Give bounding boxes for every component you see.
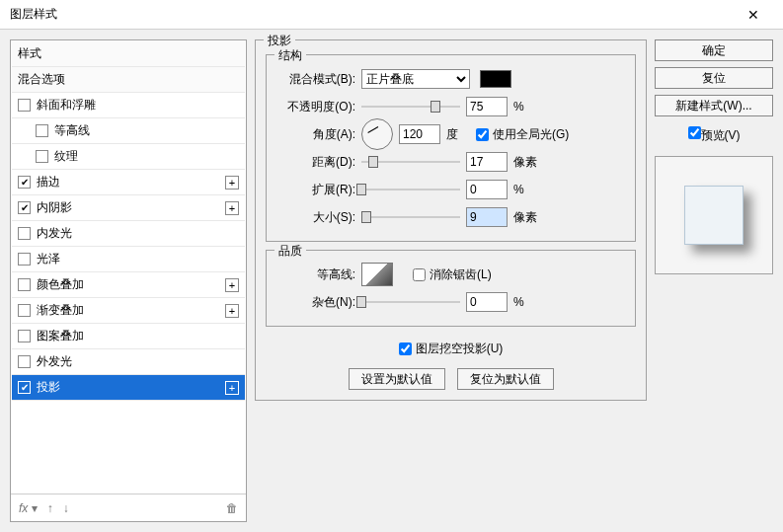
style-bevel[interactable]: 斜面和浮雕 — [12, 93, 245, 118]
style-stroke[interactable]: ✔描边+ — [12, 170, 245, 195]
move-up-icon[interactable]: ↑ — [47, 501, 53, 515]
style-gradient-overlay[interactable]: 渐变叠加+ — [12, 298, 245, 324]
angle-label: 角度(A): — [276, 126, 355, 143]
opacity-field[interactable] — [466, 97, 508, 116]
angle-dial[interactable] — [361, 118, 393, 150]
preview-box — [655, 156, 773, 274]
unit-px: 像素 — [513, 209, 537, 226]
checkbox-icon[interactable] — [18, 330, 31, 342]
close-button[interactable]: ✕ — [734, 0, 773, 30]
spread-slider[interactable] — [361, 182, 460, 197]
style-outer-glow[interactable]: 外发光 — [12, 349, 245, 375]
noise-field[interactable] — [466, 292, 508, 312]
blend-options[interactable]: 混合选项 — [12, 67, 245, 93]
styles-header[interactable]: 样式 — [12, 41, 245, 67]
style-contour[interactable]: 等高线 — [12, 118, 245, 144]
style-pattern-overlay[interactable]: 图案叠加 — [12, 324, 245, 349]
style-satin[interactable]: 光泽 — [12, 247, 245, 272]
checkbox-icon[interactable] — [18, 99, 31, 112]
blend-mode-select[interactable]: 正片叠底 — [361, 69, 470, 89]
cancel-button[interactable]: 复位 — [655, 67, 773, 89]
trash-icon[interactable]: 🗑 — [226, 501, 238, 515]
size-label: 大小(S): — [276, 209, 355, 226]
opacity-slider[interactable] — [361, 99, 460, 114]
spread-label: 扩展(R): — [276, 182, 355, 198]
plus-icon[interactable]: + — [225, 381, 239, 395]
unit-percent: % — [513, 183, 537, 196]
noise-label: 杂色(N): — [276, 294, 355, 311]
unit-degree: 度 — [446, 126, 470, 143]
contour-picker[interactable] — [361, 263, 393, 286]
antialias-checkbox[interactable]: 消除锯齿(L) — [413, 266, 492, 283]
drop-shadow-panel: 投影 结构 混合模式(B): 正片叠底 不透明度(O): % 角度(A): — [255, 39, 647, 401]
checkbox-icon[interactable] — [18, 304, 31, 317]
preview-swatch — [684, 186, 744, 245]
set-default-button[interactable]: 设置为默认值 — [349, 368, 445, 390]
checkbox-icon[interactable] — [18, 278, 31, 291]
style-color-overlay[interactable]: 颜色叠加+ — [12, 272, 245, 298]
quality-legend: 品质 — [274, 243, 306, 260]
unit-px: 像素 — [513, 154, 537, 171]
shadow-color-swatch[interactable] — [480, 70, 511, 88]
reset-default-button[interactable]: 复位为默认值 — [457, 368, 554, 390]
angle-field[interactable] — [399, 124, 440, 144]
plus-icon[interactable]: + — [225, 201, 239, 215]
plus-icon[interactable]: + — [225, 176, 239, 190]
distance-label: 距离(D): — [276, 154, 355, 171]
ok-button[interactable]: 确定 — [655, 39, 773, 61]
checkbox-icon[interactable] — [18, 355, 31, 368]
preview-checkbox[interactable]: 预览(V) — [688, 126, 741, 144]
style-inner-shadow[interactable]: ✔内阴影+ — [12, 195, 245, 221]
checkbox-icon[interactable]: ✔ — [18, 381, 31, 394]
distance-slider[interactable] — [361, 154, 460, 170]
checkbox-icon[interactable]: ✔ — [18, 201, 31, 214]
contour-label: 等高线: — [276, 266, 355, 283]
plus-icon[interactable]: + — [225, 304, 239, 318]
checkbox-icon[interactable] — [18, 227, 31, 240]
size-slider[interactable] — [361, 209, 460, 225]
new-style-button[interactable]: 新建样式(W)... — [655, 95, 773, 116]
style-drop-shadow[interactable]: ✔投影+ — [12, 375, 245, 401]
structure-legend: 结构 — [274, 47, 306, 64]
blend-mode-label: 混合模式(B): — [276, 71, 355, 88]
plus-icon[interactable]: + — [225, 278, 239, 292]
style-inner-glow[interactable]: 内发光 — [12, 221, 245, 247]
distance-field[interactable] — [466, 152, 508, 172]
knockout-checkbox[interactable]: 图层挖空投影(U) — [399, 341, 504, 357]
unit-percent: % — [513, 295, 537, 309]
global-light-checkbox[interactable]: 使用全局光(G) — [476, 126, 569, 143]
checkbox-icon[interactable] — [18, 253, 31, 266]
window-title: 图层样式 — [10, 6, 57, 23]
noise-slider[interactable] — [361, 294, 460, 310]
checkbox-icon[interactable]: ✔ — [18, 176, 31, 189]
unit-percent: % — [513, 100, 537, 114]
opacity-label: 不透明度(O): — [276, 99, 355, 115]
checkbox-icon[interactable] — [36, 150, 48, 163]
move-down-icon[interactable]: ↓ — [63, 501, 69, 515]
style-texture[interactable]: 纹理 — [12, 144, 245, 170]
checkbox-icon[interactable] — [36, 124, 48, 137]
styles-list: 样式 混合选项 斜面和浮雕 等高线 纹理 ✔描边+ ✔内阴影+ 内发光 光泽 颜… — [10, 39, 247, 522]
size-field[interactable] — [466, 207, 508, 227]
spread-field[interactable] — [466, 180, 508, 199]
fx-menu[interactable]: fx ▾ — [19, 501, 38, 515]
